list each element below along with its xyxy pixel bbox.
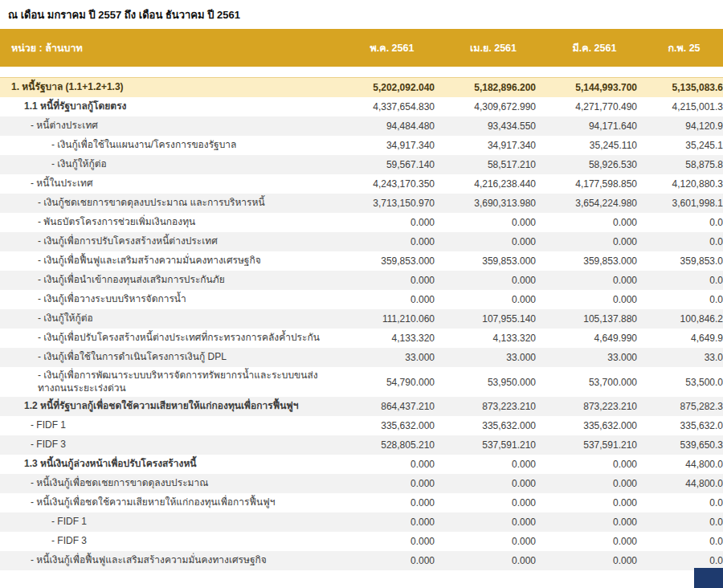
cell-value: 0.0 — [645, 217, 723, 228]
table-row: - พันธบัตรโครงการช่วยเพิ่มเงินกองทุน0.00… — [0, 213, 723, 232]
cell-value: 4,133.320 — [443, 333, 544, 344]
cell-value: 4,649.990 — [544, 333, 645, 344]
cell-value: 359,853.000 — [341, 255, 443, 267]
cell-value: 35,245.110 — [544, 140, 645, 151]
row-label: 1.2 หนี้ที่รัฐบาลกู้เพื่อชดใช้ความเสียหา… — [0, 398, 341, 415]
row-label: - เงินกู้ชดเชยการขาดดุลงบประมาณ และการบร… — [0, 194, 341, 212]
cell-value: 3,654,224.980 — [544, 198, 645, 209]
table-row: - หนี้ในประเทศ4,243,170.3504,216,238.440… — [0, 174, 723, 194]
cell-value: 5,135,083.6 — [645, 82, 723, 93]
table-row: - เงินกู้เพื่อใช้ในการดำเนินโครงการเงินก… — [0, 348, 723, 367]
cell-value: 4,243,170.350 — [341, 178, 443, 190]
cell-value: 0.000 — [443, 536, 544, 547]
cell-value: 44,800.0 — [645, 478, 723, 489]
table-row: 1.3 หนี้เงินกู้ล่วงหน้าเพื่อปรับโครงสร้า… — [0, 455, 723, 474]
cell-value: 0.000 — [443, 555, 544, 566]
cell-value: 0.000 — [544, 555, 645, 566]
row-label: - เงินกู้ให้กู้ต่อ — [0, 156, 341, 174]
cell-value: 33.000 — [341, 352, 443, 363]
cell-value: 0.000 — [544, 294, 645, 305]
cell-value: 875,282.3 — [645, 401, 723, 412]
table-row: - หนี้เงินกู้เพื่อชดใช้ความเสียหายให้แก่… — [0, 493, 723, 512]
cell-value: 54,790.000 — [341, 377, 443, 388]
cell-value: 359,853.0 — [645, 255, 723, 267]
cell-value: 0.000 — [544, 536, 645, 547]
cell-value: 528,805.210 — [341, 439, 443, 451]
cell-value: 3,690,313.980 — [443, 198, 544, 209]
cell-value: 0.000 — [443, 236, 544, 247]
table-header: หน่วย : ล้านบาท พ.ค. 2561 เม.ย. 2561 มี.… — [0, 29, 723, 67]
cell-value: 4,271,770.490 — [544, 101, 645, 112]
cell-value: 873,223.210 — [544, 401, 645, 412]
cell-value: 0.000 — [341, 536, 443, 547]
cell-value: 59,567.140 — [341, 159, 443, 170]
table-row: - เงินกู้เพื่อการปรับโครงสร้างหนี้ต่างปร… — [0, 232, 723, 251]
cell-value: 94,484.480 — [341, 120, 443, 132]
table-row: - หนี้ต่างประเทศ94,484.48093,434.55094,1… — [0, 116, 723, 136]
cell-value: 4,177,598.850 — [544, 178, 645, 190]
cell-value: 58,926.530 — [544, 159, 645, 170]
cell-value: 0.000 — [341, 517, 443, 528]
cell-value: 93,434.550 — [443, 120, 544, 132]
table-row: - หนี้เงินกู้เพื่อฟื้นฟูและเสริมสร้างควา… — [0, 551, 723, 570]
cell-value: 100,846.2 — [645, 313, 723, 325]
cell-value: 94,171.640 — [544, 120, 645, 132]
cell-value: 0.000 — [341, 294, 443, 305]
cell-value: 0.000 — [544, 478, 645, 489]
row-label: 1.3 หนี้เงินกู้ล่วงหน้าเพื่อปรับโครงสร้า… — [0, 455, 341, 473]
cell-value: 3,713,150.970 — [341, 198, 443, 209]
cell-value: 0.000 — [443, 275, 544, 286]
table-row: - เงินกู้ให้กู้ต่อ59,567.14058,517.21058… — [0, 155, 723, 174]
table-row: - FIDF 30.0000.0000.0000.0 — [0, 532, 723, 551]
row-label: - เงินกู้เพื่อนำเข้ากองทุนส่งเสริมการประ… — [0, 272, 341, 289]
cell-value: 0.0 — [645, 497, 723, 508]
cell-value: 0.000 — [544, 497, 645, 508]
cell-value: 335,632.000 — [341, 420, 443, 431]
unit-label: หน่วย : ล้านบาท — [0, 40, 341, 56]
row-label: - หนี้ในประเทศ — [0, 175, 341, 193]
row-label: - หนี้เงินกู้เพื่อชดเชยการขาดดุลงบประมาณ — [0, 475, 341, 492]
row-label: - เงินกู้เพื่อการปรับโครงสร้างหนี้ต่างปร… — [0, 233, 341, 251]
cell-value: 44,800.0 — [645, 459, 723, 470]
column-header-apr-2561: เม.ย. 2561 — [443, 40, 544, 56]
table-row: - เงินกู้เพื่อฟื้นฟูและเสริมสร้างความมั่… — [0, 251, 723, 271]
cell-value: 58,875.8 — [645, 159, 723, 170]
row-label: - เงินกู้ให้กู้ต่อ — [0, 310, 341, 328]
cell-value: 537,591.210 — [544, 439, 645, 451]
cell-value: 53,500.0 — [645, 377, 723, 388]
table-row: 1.2 หนี้ที่รัฐบาลกู้เพื่อชดใช้ความเสียหา… — [0, 397, 723, 416]
bottom-right-corner-block — [694, 568, 723, 588]
cell-value: 0.000 — [544, 275, 645, 286]
row-label: 1. หนี้รัฐบาล (1.1+1.2+1.3) — [0, 79, 341, 96]
cell-value: 34,917.340 — [443, 140, 544, 151]
row-label: - หนี้เงินกู้เพื่อฟื้นฟูและเสริมสร้างควา… — [0, 552, 341, 570]
table-row: - เงินกู้เพื่อการพัฒนาระบบบริหารจัดการทร… — [0, 367, 723, 397]
cell-value: 94,120.9 — [645, 120, 723, 132]
cell-value: 335,632.000 — [443, 420, 544, 431]
cell-value: 539,650.3 — [645, 439, 723, 451]
cell-value: 105,137.880 — [544, 313, 645, 325]
row-label: - เงินกู้เพื่อวางระบบบริหารจัดการน้ำ — [0, 291, 341, 308]
cell-value: 4,120,880.3 — [645, 178, 723, 190]
column-header-may-2561: พ.ค. 2561 — [341, 40, 443, 56]
row-label: - เงินกู้เพื่อการพัฒนาระบบบริหารจัดการทร… — [0, 367, 341, 397]
debt-table: หน่วย : ล้านบาท พ.ค. 2561 เม.ย. 2561 มี.… — [0, 29, 723, 570]
cell-value: 107,955.140 — [443, 313, 544, 325]
cell-value: 53,700.000 — [544, 377, 645, 388]
cell-value: 0.0 — [645, 517, 723, 528]
table-row: - FIDF 10.0000.0000.0000.0 — [0, 512, 723, 532]
cell-value: 335,632.0 — [645, 420, 723, 431]
page-title: ณ เดือน มกราคม ปี 2557 ถึง เดือน ธันวาคม… — [0, 0, 723, 29]
cell-value: 0.000 — [341, 555, 443, 566]
column-header-mar-2561: มี.ค. 2561 — [544, 40, 645, 56]
cell-value: 0.000 — [443, 497, 544, 508]
table-row: - เงินกู้เพื่อปรับโครงสร้างหนี้ต่างประเท… — [0, 329, 723, 348]
cell-value: 537,591.210 — [443, 439, 544, 451]
cell-value: 0.000 — [544, 236, 645, 247]
cell-value: 0.0 — [645, 236, 723, 247]
row-label: 1.1 หนี้ที่รัฐบาลกู้โดยตรง — [0, 98, 341, 116]
cell-value: 0.000 — [443, 294, 544, 305]
table-row: - หนี้เงินกู้เพื่อชดเชยการขาดดุลงบประมาณ… — [0, 474, 723, 493]
cell-value: 33.000 — [443, 352, 544, 363]
debt-table-inner: หน่วย : ล้านบาท พ.ค. 2561 เม.ย. 2561 มี.… — [0, 29, 723, 570]
